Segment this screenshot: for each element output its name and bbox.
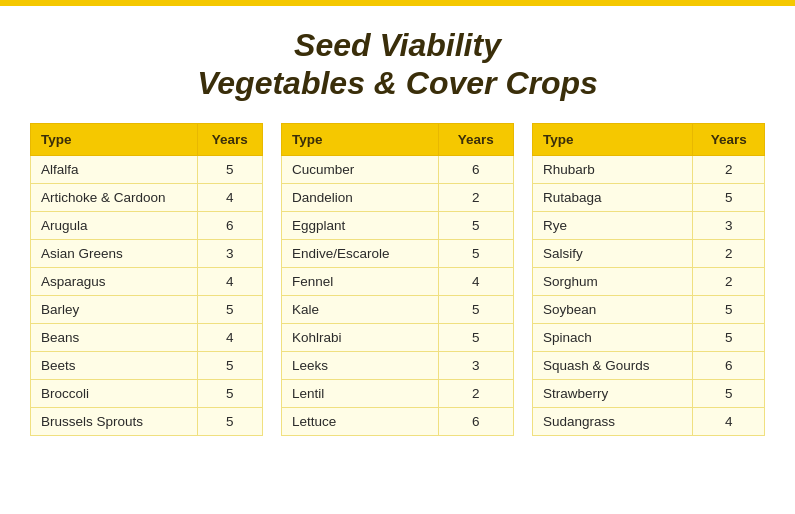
table-row: Alfalfa5: [31, 155, 263, 183]
cell-type: Artichoke & Cardoon: [31, 183, 198, 211]
table-row: Eggplant5: [282, 211, 514, 239]
cell-years: 2: [693, 239, 765, 267]
title-line2: Vegetables & Cover Crops: [197, 65, 598, 101]
table-row: Lettuce6: [282, 407, 514, 435]
table-row: Sorghum2: [533, 267, 765, 295]
table-row: Rye3: [533, 211, 765, 239]
cell-type: Asparagus: [31, 267, 198, 295]
table-1: Type Years Alfalfa5Artichoke & Cardoon4A…: [30, 123, 263, 436]
table2-years-header: Years: [438, 123, 513, 155]
cell-years: 2: [438, 379, 513, 407]
title-line1: Seed Viability: [294, 27, 501, 63]
cell-type: Asian Greens: [31, 239, 198, 267]
cell-type: Dandelion: [282, 183, 439, 211]
cell-years: 6: [693, 351, 765, 379]
cell-years: 4: [197, 267, 262, 295]
cell-years: 2: [693, 155, 765, 183]
cell-years: 4: [438, 267, 513, 295]
cell-type: Lettuce: [282, 407, 439, 435]
cell-type: Fennel: [282, 267, 439, 295]
table-row: Brussels Sprouts5: [31, 407, 263, 435]
table-row: Sudangrass4: [533, 407, 765, 435]
table-row: Squash & Gourds6: [533, 351, 765, 379]
cell-type: Rutabaga: [533, 183, 693, 211]
cell-type: Arugula: [31, 211, 198, 239]
cell-type: Beans: [31, 323, 198, 351]
main-title: Seed Viability Vegetables & Cover Crops: [30, 26, 765, 103]
table-2: Type Years Cucumber6Dandelion2Eggplant5E…: [281, 123, 514, 436]
cell-type: Eggplant: [282, 211, 439, 239]
table-row: Artichoke & Cardoon4: [31, 183, 263, 211]
page-container: Seed Viability Vegetables & Cover Crops …: [0, 6, 795, 456]
table-row: Dandelion2: [282, 183, 514, 211]
cell-type: Broccoli: [31, 379, 198, 407]
cell-type: Rhubarb: [533, 155, 693, 183]
table-row: Beans4: [31, 323, 263, 351]
cell-years: 5: [438, 295, 513, 323]
cell-years: 4: [693, 407, 765, 435]
cell-years: 2: [693, 267, 765, 295]
table-row: Kohlrabi5: [282, 323, 514, 351]
cell-years: 2: [438, 183, 513, 211]
cell-years: 5: [197, 379, 262, 407]
cell-years: 5: [438, 211, 513, 239]
table-3: Type Years Rhubarb2Rutabaga5Rye3Salsify2…: [532, 123, 765, 436]
cell-type: Soybean: [533, 295, 693, 323]
cell-years: 3: [438, 351, 513, 379]
table-row: Cucumber6: [282, 155, 514, 183]
table-row: Salsify2: [533, 239, 765, 267]
cell-type: Squash & Gourds: [533, 351, 693, 379]
cell-years: 6: [438, 155, 513, 183]
table-row: Asian Greens3: [31, 239, 263, 267]
tables-container: Type Years Alfalfa5Artichoke & Cardoon4A…: [30, 123, 765, 436]
title-section: Seed Viability Vegetables & Cover Crops: [30, 26, 765, 103]
cell-type: Strawberry: [533, 379, 693, 407]
table-row: Lentil2: [282, 379, 514, 407]
cell-years: 3: [693, 211, 765, 239]
cell-type: Beets: [31, 351, 198, 379]
cell-type: Barley: [31, 295, 198, 323]
cell-type: Cucumber: [282, 155, 439, 183]
cell-type: Sudangrass: [533, 407, 693, 435]
cell-years: 5: [693, 295, 765, 323]
cell-years: 5: [197, 295, 262, 323]
cell-type: Spinach: [533, 323, 693, 351]
table1-type-header: Type: [31, 123, 198, 155]
table-row: Endive/Escarole5: [282, 239, 514, 267]
table-row: Broccoli5: [31, 379, 263, 407]
table-row: Rhubarb2: [533, 155, 765, 183]
table-row: Rutabaga5: [533, 183, 765, 211]
cell-years: 5: [197, 407, 262, 435]
cell-type: Rye: [533, 211, 693, 239]
cell-years: 4: [197, 183, 262, 211]
cell-years: 5: [693, 183, 765, 211]
cell-years: 3: [197, 239, 262, 267]
table-row: Barley5: [31, 295, 263, 323]
cell-type: Alfalfa: [31, 155, 198, 183]
table-row: Asparagus4: [31, 267, 263, 295]
cell-type: Salsify: [533, 239, 693, 267]
cell-type: Brussels Sprouts: [31, 407, 198, 435]
cell-years: 5: [438, 323, 513, 351]
table-row: Leeks3: [282, 351, 514, 379]
cell-years: 5: [197, 155, 262, 183]
cell-type: Sorghum: [533, 267, 693, 295]
cell-type: Kale: [282, 295, 439, 323]
cell-years: 5: [438, 239, 513, 267]
cell-years: 6: [197, 211, 262, 239]
table-row: Fennel4: [282, 267, 514, 295]
cell-type: Kohlrabi: [282, 323, 439, 351]
table3-type-header: Type: [533, 123, 693, 155]
cell-type: Endive/Escarole: [282, 239, 439, 267]
cell-years: 5: [693, 323, 765, 351]
table-row: Kale5: [282, 295, 514, 323]
table2-type-header: Type: [282, 123, 439, 155]
cell-years: 6: [438, 407, 513, 435]
table-row: Beets5: [31, 351, 263, 379]
table-row: Strawberry5: [533, 379, 765, 407]
cell-type: Lentil: [282, 379, 439, 407]
cell-years: 5: [693, 379, 765, 407]
cell-type: Leeks: [282, 351, 439, 379]
cell-years: 5: [197, 351, 262, 379]
table-row: Spinach5: [533, 323, 765, 351]
